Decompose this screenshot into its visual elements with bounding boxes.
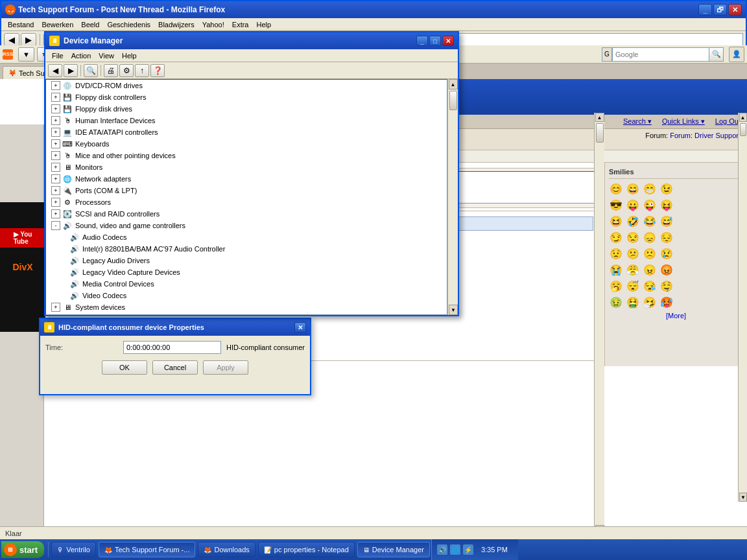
dm-forward-btn[interactable]: ▶ [64, 64, 78, 77]
smiley-3[interactable]: 😁 [643, 181, 657, 196]
tree-monitors[interactable]: + 🖥 Monitors [46, 161, 447, 173]
pd-cancel-btn[interactable]: Cancel [152, 360, 198, 375]
dm-scroll-thumb[interactable] [449, 91, 457, 110]
logout-link[interactable]: Log Out [715, 117, 741, 126]
tree-network[interactable]: + 🌐 Network adapters [46, 173, 447, 185]
smiley-6[interactable]: 😛 [626, 198, 640, 212]
rss-button[interactable]: ▼ [18, 47, 34, 62]
tree-scsi[interactable]: + 💽 SCSI and RAID controllers [46, 208, 447, 220]
tree-processors[interactable]: + ⚙ Processors [46, 196, 447, 208]
dm-menu-view[interactable]: View [95, 51, 118, 60]
expand-floppy-ctrl[interactable]: + [51, 93, 60, 102]
expand-network[interactable]: + [51, 174, 60, 183]
tree-legacy-video[interactable]: 🔊 Legacy Video Capture Devices [46, 266, 447, 278]
pd-ok-btn[interactable]: OK [102, 360, 147, 375]
tree-media-ctrl[interactable]: 🔊 Media Control Devices [46, 278, 447, 290]
expand-system[interactable]: + [51, 303, 60, 312]
smiley-10[interactable]: 🤣 [626, 214, 640, 228]
tree-sound[interactable]: - 🔊 Sound, video and game controllers [46, 220, 447, 231]
tree-usb[interactable]: + 🔌 Universal Serial Bus controllers [46, 313, 447, 315]
smiley-25[interactable]: 🥱 [609, 279, 623, 293]
dm-restore-btn[interactable]: □ [429, 36, 441, 46]
smiley-7[interactable]: 😜 [643, 198, 657, 212]
tree-dvd[interactable]: + 💿 DVD/CD-ROM drives [46, 80, 447, 91]
smiley-8[interactable]: 😝 [659, 198, 674, 212]
menu-bladwijzers[interactable]: Bladwijzers [154, 19, 198, 30]
smiley-24[interactable]: 😡 [659, 262, 674, 277]
expand-ports[interactable]: + [51, 186, 60, 195]
tree-video-codecs[interactable]: 🔊 Video Codecs [46, 290, 447, 301]
expand-monitors[interactable]: + [51, 163, 60, 172]
expand-dvd[interactable]: + [51, 81, 60, 90]
youtube-link[interactable]: ▶ YouTube [0, 228, 45, 248]
smiley-18[interactable]: 😕 [626, 246, 640, 261]
pd-time-input[interactable] [123, 341, 221, 354]
dm-menu-help[interactable]: Help [118, 51, 141, 60]
smiley-13[interactable]: 😏 [609, 230, 623, 244]
expand-processors[interactable]: + [51, 198, 60, 207]
tree-ide[interactable]: + 💻 IDE ATA/ATAPI controllers [46, 126, 447, 138]
tree-system[interactable]: + 🖥 System devices [46, 301, 447, 313]
dm-scroll-up[interactable]: ▲ [449, 79, 458, 89]
smiley-5[interactable]: 😎 [609, 198, 623, 212]
smiley-2[interactable]: 😄 [626, 181, 640, 196]
menu-beeld[interactable]: Beeld [77, 19, 103, 30]
pd-apply-btn[interactable]: Apply [203, 360, 248, 375]
smiley-16[interactable]: 😔 [659, 230, 674, 244]
tree-audio-codecs[interactable]: 🔊 Audio Codecs [46, 231, 447, 243]
tree-hid[interactable]: + 🖱 Human Interface Devices [46, 115, 447, 126]
smiley-32[interactable]: 🥵 [659, 295, 674, 309]
restore-button[interactable]: 🗗 [713, 4, 727, 16]
search-button[interactable]: 🔍 [709, 47, 724, 62]
menu-bestand[interactable]: Bestand [4, 19, 38, 30]
dm-update-btn[interactable]: ↑ [135, 64, 149, 77]
scroll-up-btn[interactable]: ▲ [595, 113, 604, 122]
smiley-22[interactable]: 😤 [626, 262, 640, 277]
smiley-15[interactable]: 😞 [643, 230, 657, 244]
expand-keyboard[interactable]: + [51, 139, 60, 148]
dm-search-btn[interactable]: 🔍 [84, 64, 98, 77]
search-input[interactable] [612, 47, 709, 62]
menu-help[interactable]: Help [252, 19, 275, 30]
quick-links[interactable]: Quick Links ▾ [662, 117, 705, 126]
smiley-23[interactable]: 😠 [643, 262, 657, 277]
smiley-28[interactable]: 🤤 [659, 279, 674, 293]
taskbar-techsupport[interactable]: 🦊 Tech Support Forum -... [99, 542, 196, 557]
more-smilies-link[interactable]: [More] [609, 312, 743, 320]
tree-ports[interactable]: + 🔌 Ports (COM & LPT) [46, 185, 447, 196]
expand-sound[interactable]: - [51, 221, 60, 230]
smiley-12[interactable]: 😅 [659, 214, 674, 228]
smiley-9[interactable]: 😆 [609, 214, 623, 228]
pd-close-btn[interactable]: ✕ [294, 322, 306, 332]
dm-menu-action[interactable]: Action [67, 51, 95, 60]
menu-extra[interactable]: Extra [228, 19, 253, 30]
minimize-button[interactable]: _ [698, 4, 712, 16]
dm-menu-file[interactable]: File [48, 51, 67, 60]
smiley-27[interactable]: 😪 [643, 279, 657, 293]
user-icon[interactable]: 👤 [729, 47, 744, 62]
tree-keyboard[interactable]: + ⌨ Keyboards [46, 138, 447, 150]
smiley-4[interactable]: 😉 [659, 181, 674, 196]
right-scrollbar[interactable]: ▲ ▼ [738, 163, 747, 366]
expand-ide[interactable]: + [51, 128, 60, 137]
scroll-thumb[interactable] [596, 123, 604, 143]
dm-scroll-down[interactable]: ▼ [449, 305, 458, 315]
tree-floppy-ctrl[interactable]: + 💾 Floppy disk controllers [46, 91, 447, 103]
dm-properties-btn[interactable]: ⚙ [119, 64, 134, 77]
expand-usb[interactable]: + [51, 314, 60, 315]
smiley-26[interactable]: 😴 [626, 279, 640, 293]
smiley-17[interactable]: 😟 [609, 246, 623, 261]
menu-geschiedenis[interactable]: Geschiedenis [103, 19, 154, 30]
post-scrollbar[interactable]: ▲ ▼ [594, 113, 604, 534]
smiley-30[interactable]: 🤮 [626, 295, 640, 309]
dm-help-btn[interactable]: ❓ [150, 64, 165, 77]
expand-hid[interactable]: + [51, 116, 60, 125]
taskbar-ventrilo[interactable]: 🎙 Ventrilo [51, 542, 96, 557]
taskbar-downloads[interactable]: 🦊 Downloads [198, 542, 255, 557]
taskbar-device-manager[interactable]: 🖥 Device Manager [357, 542, 430, 557]
expand-scsi[interactable]: + [51, 209, 60, 218]
tree-intel-audio[interactable]: 🔊 Intel(r) 82801BA/BAM AC'97 Audio Contr… [46, 243, 447, 255]
taskbar-notepad[interactable]: 📝 pc properties - Notepad [258, 542, 355, 557]
smiley-31[interactable]: 🤧 [643, 295, 657, 309]
search-link[interactable]: Search ▾ [623, 117, 652, 126]
